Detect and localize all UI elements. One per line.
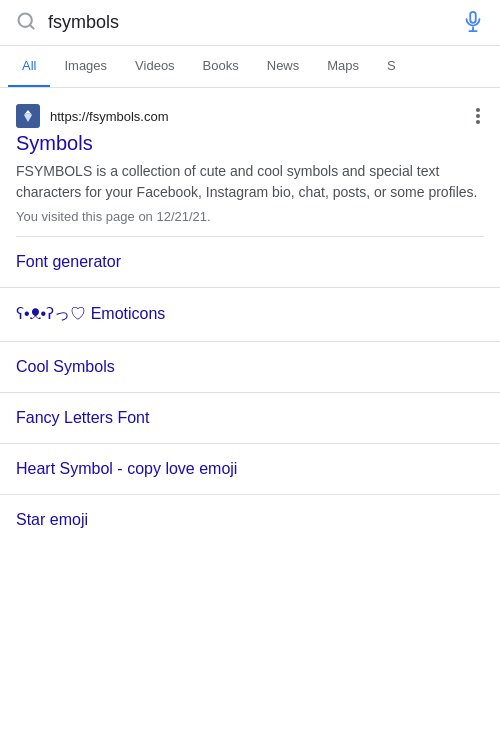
result-title[interactable]: Symbols: [16, 132, 484, 155]
tab-news[interactable]: News: [253, 46, 314, 88]
sub-link-emoticons[interactable]: ʕ•ᴥ•ʔっ♡ Emoticons: [0, 288, 500, 342]
sub-link-heart-symbol[interactable]: Heart Symbol - copy love emoji: [0, 444, 500, 495]
tab-books[interactable]: Books: [189, 46, 253, 88]
search-bar: [0, 0, 500, 46]
tab-maps[interactable]: Maps: [313, 46, 373, 88]
tabs-bar: All Images Videos Books News Maps S: [0, 46, 500, 88]
result-visited: You visited this page on 12/21/21.: [16, 209, 484, 224]
result-url: https://fsymbols.com: [50, 109, 168, 124]
sub-link-title-5: Star emoji: [16, 511, 484, 529]
mic-icon[interactable]: [462, 10, 484, 35]
tab-more[interactable]: S: [373, 46, 410, 88]
site-icon: [16, 104, 40, 128]
result-card: https://fsymbols.com Symbols FSYMBOLS is…: [0, 88, 500, 224]
sub-link-title-4: Heart Symbol - copy love emoji: [16, 460, 484, 478]
sub-link-title-2: Cool Symbols: [16, 358, 484, 376]
result-url-row: https://fsymbols.com: [16, 104, 484, 128]
svg-line-1: [30, 25, 34, 29]
sub-link-star-emoji[interactable]: Star emoji: [0, 495, 500, 545]
sub-link-title-1: ʕ•ᴥ•ʔっ♡ Emoticons: [16, 304, 484, 325]
sub-link-fancy-letters[interactable]: Fancy Letters Font: [0, 393, 500, 444]
tab-all[interactable]: All: [8, 46, 50, 88]
sub-link-cool-symbols[interactable]: Cool Symbols: [0, 342, 500, 393]
tab-images[interactable]: Images: [50, 46, 121, 88]
svg-rect-2: [470, 12, 476, 23]
sub-link-title-3: Fancy Letters Font: [16, 409, 484, 427]
sub-link-font-generator[interactable]: Font generator: [0, 237, 500, 288]
tab-videos[interactable]: Videos: [121, 46, 189, 88]
search-input[interactable]: [48, 12, 450, 33]
three-dot-menu[interactable]: [472, 104, 484, 128]
sub-link-title-0: Font generator: [16, 253, 484, 271]
search-icon: [16, 11, 36, 34]
result-url-left: https://fsymbols.com: [16, 104, 168, 128]
result-description: FSYMBOLS is a collection of cute and coo…: [16, 161, 484, 203]
